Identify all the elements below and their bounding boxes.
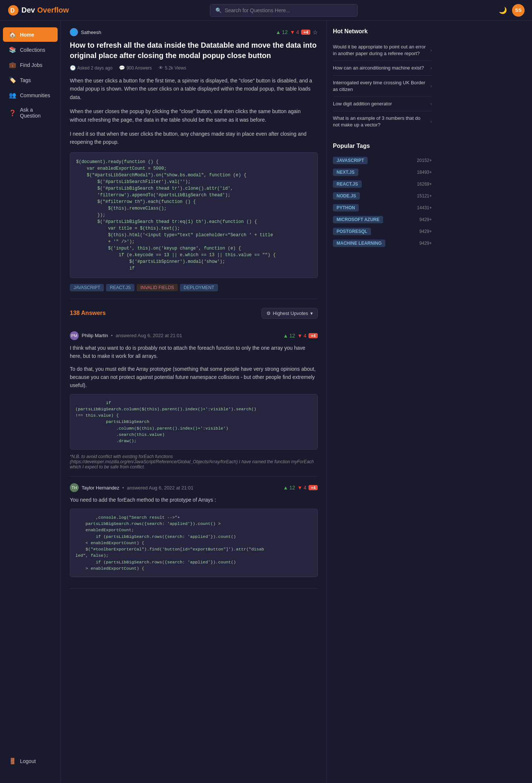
search-icon: 🔍 bbox=[215, 7, 222, 13]
popular-tag-count-reactjs: 16269+ bbox=[417, 182, 432, 187]
popular-tag-nextjs[interactable]: NEXT.JS bbox=[333, 169, 358, 176]
popular-tag-count-ml: 9429+ bbox=[419, 241, 432, 246]
hot-network-title: Hot Network bbox=[333, 28, 432, 35]
hot-network-section: Hot Network Would it be appropriate to p… bbox=[333, 28, 432, 132]
theme-toggle-icon[interactable]: 🌙 bbox=[499, 6, 507, 14]
sidebar-item-label: Ask a Question bbox=[20, 107, 52, 119]
popular-tag-row-6: MICROSOFT AZURE 9429+ bbox=[333, 214, 432, 226]
star-icon[interactable]: ☆ bbox=[313, 29, 318, 36]
answer-1-name[interactable]: Philip Martin bbox=[82, 333, 108, 338]
tag-invalid-fields[interactable]: INVALID FIELDS bbox=[137, 284, 178, 291]
eye-icon: 👁 bbox=[158, 65, 163, 71]
sidebar-item-collections[interactable]: 📚 Collections bbox=[3, 43, 58, 57]
hot-network-item-4[interactable]: Low digit addition generator › bbox=[333, 97, 432, 111]
sidebar-item-label: Logout bbox=[20, 758, 36, 764]
chevron-right-icon-4: › bbox=[430, 101, 432, 106]
hot-network-item-5[interactable]: What is an example of 3 numbers that do … bbox=[333, 111, 432, 132]
question-body-2: When the user closes the popup by clicki… bbox=[70, 107, 318, 124]
logo[interactable]: D DevOverflow bbox=[7, 4, 69, 16]
sort-dropdown[interactable]: ⚙ Highest Upvotes ▾ bbox=[262, 308, 318, 319]
sidebar-item-home[interactable]: 🏠 Home bbox=[3, 27, 58, 42]
answer-1-vote-down[interactable]: ▼ 4 bbox=[297, 333, 307, 339]
answers-header: 138 Answers ⚙ Highest Upvotes ▾ bbox=[70, 308, 318, 319]
question-body-1: When the user clicks a button for the fi… bbox=[70, 77, 318, 101]
popular-tag-javascript[interactable]: JAVASCRIPT bbox=[333, 157, 368, 164]
hot-network-text-1: Would it be appropriate to point out an … bbox=[333, 44, 427, 57]
popular-tag-count-nodejs: 15121+ bbox=[417, 193, 432, 199]
answer-2-bullet: • bbox=[122, 485, 124, 491]
sidebar-item-logout[interactable]: 🚪 Logout bbox=[3, 754, 58, 768]
comment-icon: 💬 bbox=[119, 65, 125, 71]
asked-text: Asked 2 days ago bbox=[77, 65, 112, 71]
popular-tag-row-3: REACT.JS 16269+ bbox=[333, 178, 432, 190]
answer-1-initials: PM bbox=[71, 333, 78, 338]
popular-tag-count-azure: 9429+ bbox=[419, 217, 432, 222]
header: D DevOverflow 🔍 Search for Questions Her… bbox=[0, 0, 532, 21]
answer-1-code: if (partsLibBigSearch.column($(this).par… bbox=[70, 394, 318, 450]
author-avatar: 🌐 bbox=[70, 28, 78, 36]
vote-controls: ▲ 12 ▼ 4 +4 ☆ bbox=[276, 29, 318, 36]
vote-badge: +4 bbox=[301, 30, 310, 35]
answer-1-date: • bbox=[111, 333, 113, 338]
hot-network-item-1[interactable]: Would it be appropriate to point out an … bbox=[333, 40, 432, 61]
sidebar-item-label: Collections bbox=[20, 47, 45, 53]
tag-deployment[interactable]: DEPLOYMENT bbox=[180, 284, 218, 291]
popular-tag-count-javascript: 20152+ bbox=[417, 158, 432, 163]
popular-tag-reactjs[interactable]: REACT.JS bbox=[333, 180, 362, 188]
popular-tag-python[interactable]: PYTHON bbox=[333, 204, 359, 211]
hot-network-item-2[interactable]: How can an airconditioning machine exist… bbox=[333, 61, 432, 75]
answer-1-footnote: *N.B. to avoid conflict with existing fo… bbox=[70, 454, 318, 470]
svg-text:D: D bbox=[10, 7, 15, 14]
vote-up-icon[interactable]: ▲ 12 bbox=[276, 29, 287, 35]
popular-tags-section: Popular Tags JAVASCRIPT 20152+ NEXT.JS 1… bbox=[333, 143, 432, 249]
vote-down-icon[interactable]: ▼ 4 bbox=[290, 29, 299, 35]
sidebar-item-communities[interactable]: 👥 Communities bbox=[3, 88, 58, 102]
sidebar: 🏠 Home 📚 Collections 💼 Find Jobs 🏷️ Tags… bbox=[0, 21, 61, 783]
a2-vote-up-count: 12 bbox=[289, 485, 295, 491]
answer-2-author: TH Taylor Hernandez • answered Aug 6, 20… bbox=[70, 483, 193, 492]
search-bar[interactable]: 🔍 Search for Questions Here... bbox=[210, 4, 358, 17]
answer-2-avatar: TH bbox=[70, 483, 79, 492]
chevron-down-icon: ▾ bbox=[310, 311, 313, 316]
answer-2-badge: +4 bbox=[308, 485, 318, 490]
sidebar-item-find-jobs[interactable]: 💼 Find Jobs bbox=[3, 58, 58, 72]
tag-reactjs[interactable]: REACT.JS bbox=[106, 284, 134, 291]
jobs-icon: 💼 bbox=[9, 61, 16, 68]
popular-tag-row-8: MACHINE LEARNING 9429+ bbox=[333, 237, 432, 249]
sidebar-item-label: Communities bbox=[20, 92, 50, 98]
avatar[interactable]: SS bbox=[512, 4, 525, 17]
answer-1-body-1: I think what you want to do is probably … bbox=[70, 344, 318, 360]
sidebar-item-ask-question[interactable]: ❓ Ask a Question bbox=[3, 103, 58, 122]
answer-2-name[interactable]: Taylor Hernandez bbox=[82, 485, 119, 491]
answer-2-initials: TH bbox=[72, 485, 77, 490]
answers-count: 138 Answers bbox=[70, 310, 106, 316]
hot-network-text-3: Interrogated every time crossing UK Bord… bbox=[333, 79, 427, 93]
sidebar-item-label: Find Jobs bbox=[20, 62, 42, 68]
chevron-right-icon-5: › bbox=[430, 119, 432, 124]
answer-1-author: PM Philip Martin • answered Aug 6, 2022 … bbox=[70, 331, 182, 340]
popular-tag-postgresql[interactable]: POSTGRESQL bbox=[333, 228, 371, 235]
popular-tag-row-5: PYTHON 14431+ bbox=[333, 202, 432, 214]
hot-network-text-5: What is an example of 3 numbers that do … bbox=[333, 115, 427, 128]
tag-javascript[interactable]: JAVASCRIPT bbox=[70, 284, 104, 291]
popular-tag-azure[interactable]: MICROSOFT AZURE bbox=[333, 216, 383, 223]
chevron-right-icon-3: › bbox=[430, 84, 432, 89]
hot-network-item-3[interactable]: Interrogated every time crossing UK Bord… bbox=[333, 76, 432, 97]
answer-2-vote-down[interactable]: ▼ 4 bbox=[297, 485, 307, 491]
answer-2-vote-up[interactable]: ▲ 12 bbox=[283, 485, 295, 491]
popular-tag-ml[interactable]: MACHINE LEARNING bbox=[333, 240, 385, 247]
sidebar-item-tags[interactable]: 🏷️ Tags bbox=[3, 73, 58, 87]
answer-1-vote-up[interactable]: ▲ 12 bbox=[283, 333, 295, 339]
answer-1-badge: +4 bbox=[308, 333, 318, 338]
author-name[interactable]: Satheesh bbox=[81, 30, 101, 35]
vote-up-count: 12 bbox=[282, 29, 288, 35]
tags-icon: 🏷️ bbox=[9, 77, 16, 84]
question-title: How to refresh all the data inside the D… bbox=[70, 40, 318, 61]
popular-tag-count-nextjs: 18493+ bbox=[417, 170, 432, 175]
a1-vote-up-count: 12 bbox=[289, 333, 295, 339]
answer-card-2: TH Taylor Hernandez • answered Aug 6, 20… bbox=[70, 477, 318, 589]
popular-tag-nodejs[interactable]: NODE.JS bbox=[333, 192, 360, 200]
vote-down-count: 4 bbox=[296, 29, 299, 35]
answer-2-body-1: You need to add the forEach method to th… bbox=[70, 496, 318, 504]
answer-1-vote-controls: ▲ 12 ▼ 4 +4 bbox=[283, 333, 318, 339]
